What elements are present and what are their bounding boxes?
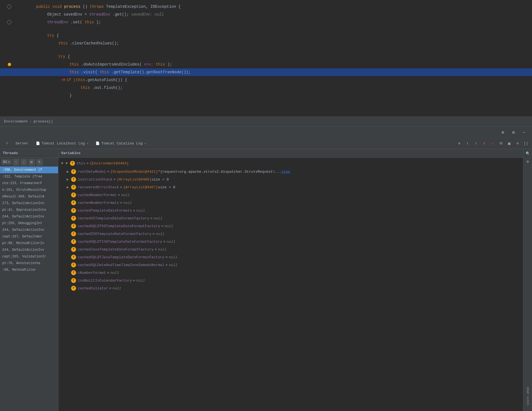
var-this-expand2: ▼ — [66, 161, 70, 166]
add-button[interactable]: ⊕ — [499, 129, 507, 136]
var-cached-xs-template[interactable]: f cachedXSTemplateDateFormatFactory = nu… — [58, 214, 523, 222]
thread-item-2[interactable]: ute:223, FreemarkerF — [0, 180, 58, 187]
var-root-data-model[interactable]: ▶ f rootDataModel = {ScopesHashModel@442… — [58, 168, 523, 176]
tabs-list-btn[interactable]: ≡ — [456, 140, 463, 147]
var-res-size: size = 0 — [158, 185, 175, 189]
var-recovered-error-stack[interactable]: ▶ f recoveredErrorStack = {ArrayList@446… — [58, 183, 523, 191]
keyword-try-2: try — [58, 54, 65, 59]
var-this-val: {Environment@4464} — [90, 161, 129, 166]
var-this-icon: f — [70, 161, 75, 166]
thread-item-15[interactable]: :98, MethodFilter — [0, 267, 58, 273]
thread-item-12[interactable]: 244, DefaultActionInv — [0, 247, 58, 253]
var-c-number-format[interactable]: f cNumberFormat = null — [58, 269, 523, 277]
var-cc-icon: f — [71, 286, 76, 291]
tab-server[interactable]: Server — [12, 139, 32, 148]
var-ctdf-name: cachedTemplateDateFormats — [78, 209, 132, 213]
thread-item-10[interactable]: cept:167, DefaultWor — [0, 233, 58, 240]
var-cached-java[interactable]: f cachedJavaTemplateDateFormatFactory = … — [58, 245, 523, 253]
tab-tomcat-catalina[interactable]: 📄 Tomcat Catalina Log ✕ — [92, 139, 149, 148]
tab-r[interactable]: r — [3, 139, 12, 148]
code-editor: public void process () throws TemplateEx… — [0, 0, 532, 117]
tomcat-catalina-icon: 📄 — [96, 141, 100, 146]
thread-item-4[interactable]: eResult:369, DefaultA — [0, 193, 58, 200]
cour-label: Cour — [526, 387, 530, 394]
thread-add-btn[interactable]: + — [36, 159, 43, 166]
code-line-4 — [0, 26, 532, 32]
tabs-toolbar: ≡ ⬆ ⬇ ⬆ ✕ ⟲ ▦ ≡ || — [456, 140, 532, 147]
breadcrumb-process[interactable]: process() — [34, 119, 53, 124]
var-this[interactable]: ▼ ▼ f this = {Environment@4464} — [58, 159, 523, 168]
stop-btn[interactable]: ✕ — [489, 140, 496, 147]
tab-tomcat-catalina-close[interactable]: ✕ — [144, 142, 146, 145]
code-line-2: Object savedEnv = threadEnv .get(); save… — [0, 11, 532, 18]
var-rdm-view[interactable]: View — [282, 170, 290, 174]
thread-filter-btn[interactable]: ⊞ — [28, 159, 35, 166]
thread-item-7[interactable]: 244, DefaultActionInv — [0, 213, 58, 220]
var-cached-sqldtxs[interactable]: f cachedSQLDTXSTemplateDateFormatFactory… — [58, 222, 523, 230]
gear-btn[interactable]: ⚙ — [525, 158, 531, 165]
comment-savedEnv: savedEnv: null — [131, 12, 164, 17]
code-line-9: this .doAutoImportsAndIncludes( env: thi… — [0, 61, 532, 68]
thread-item-14[interactable]: pt:76, AnnotationVa — [0, 260, 58, 267]
tomcat-localhost-icon: 📄 — [36, 141, 40, 146]
thread-item-9[interactable]: 244, DefaultActionInv — [0, 227, 58, 233]
var-cnf2-val: null — [110, 271, 119, 275]
thread-down-btn[interactable]: ↓ — [21, 159, 27, 166]
thread-list: :290, Environment (f :312, Template (fre… — [0, 167, 58, 411]
var-cached-iso[interactable]: f cachedISOTemplateDateFormatFactory = n… — [58, 230, 523, 238]
refresh-btn[interactable]: ⟲ — [498, 140, 504, 147]
var-cached-template-date-formats[interactable]: f cachedTemplateDateFormats = null — [58, 207, 523, 214]
var-isob-val: null — [136, 279, 145, 283]
keyword-this-2: this — [58, 41, 68, 46]
ng-label: NG — [3, 160, 7, 164]
var-iso-builtin[interactable]: f isoBuiltInCalendarFactory = null — [58, 277, 523, 284]
grid-btn[interactable]: ▦ — [506, 140, 513, 147]
tab-tomcat-localhost-close[interactable]: ✕ — [87, 142, 89, 145]
var-cached-sqldtiso[interactable]: f cachedSQLDTISOTemplateDateFormatFactor… — [58, 238, 523, 245]
thread-toolbar: NG ▾ ↑ ↓ ⊞ + — [0, 158, 58, 167]
var-cnfs-icon: f — [71, 200, 76, 205]
var-sqldtjava-name: cachedSQLDTJavaTemplateDateFormatFactory — [78, 255, 164, 259]
var-cached-sql-date-time[interactable]: f cachedSQLDateAndTimeTimeZoneSameAsNorm… — [58, 261, 523, 269]
var-instruction-stack[interactable]: ▶ f instructionStack = {ArrayList@4466} … — [58, 176, 523, 183]
var-java-val: null — [158, 247, 167, 252]
thread-item-1[interactable]: :312, Template (free — [0, 173, 58, 180]
threads-panel: Threads NG ▾ ↑ ↓ ⊞ + :290, Environment (… — [0, 149, 58, 411]
keyword-this-1: this — [84, 20, 94, 24]
thread-item-8[interactable]: pt:256, DebuggingInt — [0, 220, 58, 227]
tab-tomcat-catalina-label: Tomcat Catalina Log — [101, 141, 142, 146]
thread-item-selected[interactable]: :290, Environment (f — [0, 167, 58, 173]
search-btn[interactable]: 🔍 — [525, 150, 531, 157]
code-line-11: ➜ if ( this .getAutoFlush()) { — [0, 76, 532, 84]
thread-item-13[interactable]: cept:265, ValidationIr — [0, 253, 58, 260]
var-cached-number-format[interactable]: f cachedNumberFormat = null — [58, 191, 523, 199]
loaded-label: oaded. — [526, 396, 530, 407]
breadcrumb-environment[interactable]: Environment — [4, 119, 28, 124]
ng-dropdown[interactable]: NG ▾ — [1, 159, 12, 165]
var-is-size: size = 0 — [151, 177, 169, 182]
settings-button[interactable]: ⚙ — [510, 129, 517, 136]
var-this-expand: ▼ — [61, 161, 66, 166]
thread-item-5[interactable]: 273, DefaultActionInv — [0, 200, 58, 207]
upload-btn[interactable]: ⬆ — [481, 140, 488, 147]
breadcrumb-sep: › — [30, 119, 32, 124]
keyword-this-5: this — [69, 70, 79, 74]
pin-up-btn[interactable]: ⬆ — [464, 140, 471, 147]
code-line-7 — [0, 47, 532, 53]
thread-up-btn[interactable]: ↑ — [13, 159, 19, 166]
ng-chevron: ▾ — [8, 160, 10, 164]
var-cached-sqldtjava[interactable]: f cachedSQLDTJavaTemplateDateFormatFacto… — [58, 253, 523, 261]
var-cached-number-formats[interactable]: f cachedNumberFormats = null — [58, 199, 523, 207]
var-res-icon: f — [71, 185, 76, 190]
thread-item-11[interactable]: pt:98, MethodFilterIn — [0, 240, 58, 247]
thread-item-3[interactable]: e:191, StrutsResultSup — [0, 187, 58, 193]
tab-tomcat-localhost[interactable]: 📄 Tomcat Localhost Log ✕ — [32, 139, 92, 148]
var-java-icon: f — [71, 247, 76, 252]
lines-btn[interactable]: ≡ — [514, 140, 521, 147]
minimize-button[interactable]: — — [520, 129, 528, 136]
thread-item-6[interactable]: pt:41, DeprecationInte — [0, 207, 58, 213]
var-cnf-icon: f — [71, 192, 76, 197]
var-cached-collator[interactable]: f cachedCollator = null — [58, 284, 523, 292]
download-btn[interactable]: ⬇ — [473, 140, 479, 147]
var-cc-name: cachedCollator — [78, 286, 108, 290]
